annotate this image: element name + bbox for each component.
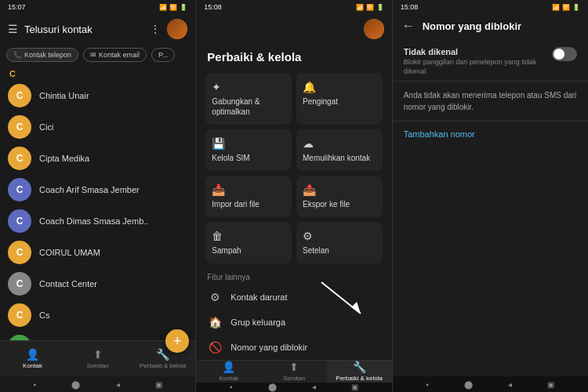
avatar-2[interactable] <box>364 19 384 39</box>
blocked-info-text: Anda tidak akan menerima telepon atau SM… <box>393 81 588 121</box>
more-options-icon[interactable]: ⋮ <box>150 23 161 35</box>
contact-name: Coach Arif Smasa Jember <box>39 185 140 194</box>
emergency-label: Kontak darurat <box>230 292 287 302</box>
email-tab-icon: ✉ <box>90 51 96 59</box>
nav-back-2: ◂ <box>312 383 316 391</box>
toggle-title: Tidak dikenal <box>404 47 544 56</box>
blocked-numbers-item[interactable]: 🚫 Nomor yang diblokir <box>196 335 391 360</box>
avatar[interactable] <box>167 19 187 39</box>
section-label-c: C <box>0 66 195 80</box>
status-icons-3: 📶 🛜 🔋 <box>552 4 580 11</box>
nav-item-contacts[interactable]: 👤 Kontak <box>0 341 65 376</box>
family-icon: 🏠 <box>207 316 223 328</box>
nav-back: ◂ <box>116 380 120 389</box>
signal-icon-2: 📶 <box>356 4 364 11</box>
panel-manage: 15:08 📶 🛜 🔋 Perbaiki & kelola ✦ Gabungka… <box>196 0 392 392</box>
contact-avatar: C <box>8 84 31 107</box>
manage-nav-label-2: Perbaiki & kelola <box>336 375 383 382</box>
contacts-nav-label: Kontak <box>23 362 42 369</box>
phone-tab-label: Kontak telepon <box>24 51 71 59</box>
panel-blocked: 15:08 📶 🛜 🔋 ← Nomor yang diblokir Tidak … <box>393 0 588 392</box>
family-group-item[interactable]: 🏠 Grup keluarga <box>196 310 391 335</box>
list-item[interactable]: C Contact Center <box>0 268 195 299</box>
nav-circle: ⬤ <box>71 380 80 389</box>
contact-name: Cs <box>39 310 49 320</box>
battery-icon-2: 🔋 <box>376 4 384 11</box>
toggle-text-group: Tidak dikenal Blokir panggilan dari pene… <box>404 47 544 76</box>
time-3: 15:08 <box>401 3 419 11</box>
contact-name: Coach Dimas Smasa Jemb.. <box>39 216 148 226</box>
menu-icon[interactable]: ☰ <box>8 23 18 35</box>
import-icon: 📥 <box>212 183 285 196</box>
sys-nav-3: ▪ ⬤ ◂ ▣ <box>393 376 588 392</box>
sys-nav-1: ▪ ⬤ ◂ ▣ <box>0 376 195 392</box>
list-item[interactable]: C Coach Arif Smasa Jember <box>0 174 195 205</box>
nav-square-2: ▪ <box>230 383 233 391</box>
export-card[interactable]: 📤 Ekspor ke file <box>296 176 383 217</box>
sim-icon: 💾 <box>212 137 285 150</box>
blocked-icon: 🚫 <box>207 341 223 354</box>
blocked-header: ← Nomor yang diblokir <box>393 14 588 38</box>
toggle-row: Tidak dikenal Blokir panggilan dari pene… <box>404 47 577 76</box>
contact-avatar: C <box>8 241 31 264</box>
battery-icon-3: 🔋 <box>572 4 580 11</box>
sim-label: Kelola SIM <box>212 153 285 163</box>
contact-avatar: C <box>8 303 31 327</box>
add-number-button[interactable]: Tambahkan nomor <box>393 121 588 147</box>
list-item[interactable]: C Coach Dimas Smasa Jemb.. <box>0 205 195 237</box>
emergency-contacts-item[interactable]: ⚙ Kontak darurat <box>196 285 391 310</box>
manage-sim-card[interactable]: 💾 Kelola SIM <box>205 129 292 171</box>
nav-square: ▪ <box>34 380 37 389</box>
family-label: Grup keluarga <box>230 318 285 327</box>
reminder-card[interactable]: 🔔 Pengingat <box>296 73 383 125</box>
import-card[interactable]: 📥 Impor dari file <box>205 176 292 217</box>
list-item[interactable]: C Cipta Medika <box>0 143 195 174</box>
export-icon: 📤 <box>303 183 376 196</box>
nav-item-contacts-2[interactable]: 👤 Kontak <box>196 361 261 383</box>
contact-avatar: C <box>8 147 31 170</box>
email-tab-label: Kontak email <box>99 51 140 59</box>
nav-item-manage-2[interactable]: 🔧 Perbaiki & kelola <box>327 361 392 383</box>
nav-circle-2: ⬤ <box>268 383 277 391</box>
contact-name: Cici <box>39 122 53 132</box>
reminder-label: Pengingat <box>303 96 376 107</box>
menu-grid: ✦ Gabungkan & optimalkan 🔔 Pengingat 💾 K… <box>196 71 391 265</box>
nav-back-3: ◂ <box>508 380 512 389</box>
trash-card[interactable]: 🗑 Sampah <box>205 222 292 263</box>
nav-item-highlights[interactable]: ⬆ Sorotan <box>65 341 130 376</box>
nav-recent: ▣ <box>155 380 162 389</box>
merge-optimize-card[interactable]: ✦ Gabungkan & optimalkan <box>205 73 292 125</box>
other-features-label: Fitur lainnya <box>196 265 391 285</box>
trash-label: Sampah <box>212 245 285 256</box>
nav-item-highlights-2[interactable]: ⬆ Sorotan <box>261 361 326 383</box>
list-item[interactable]: C COIRUL UMAM <box>0 237 195 268</box>
unknown-toggle[interactable] <box>552 47 577 61</box>
filter-tabs: 📞 Kontak telepon ✉ Kontak email P... <box>0 44 195 66</box>
restore-contacts-card[interactable]: ☁ Memulihkan kontak <box>296 129 383 171</box>
avatar-image <box>167 19 187 39</box>
list-item[interactable]: C Chintia Unair <box>0 80 195 111</box>
blocked-label: Nomor yang diblokir <box>230 343 307 352</box>
restore-icon: ☁ <box>303 137 376 150</box>
sys-nav-2: ▪ ⬤ ◂ ▣ <box>196 383 391 392</box>
wifi-icon-2: 🛜 <box>366 4 374 11</box>
contacts-nav-icon-2: 👤 <box>222 361 235 373</box>
status-icons-2: 📶 🛜 🔋 <box>356 4 384 11</box>
nav-square-3: ▪ <box>426 380 429 389</box>
filter-tab-phone[interactable]: 📞 Kontak telepon <box>6 48 78 62</box>
settings-card[interactable]: ⚙ Setelan <box>296 222 383 263</box>
back-button[interactable]: ← <box>402 19 415 33</box>
status-icons-1: 📶 🛜 🔋 <box>159 4 187 11</box>
nav-recent-3: ▣ <box>547 380 554 389</box>
avatar-image-2 <box>364 19 384 39</box>
list-item[interactable]: C Cs <box>0 299 195 331</box>
contact-list: C C Chintia Unair C Cici C Cipta Medika … <box>0 66 195 340</box>
settings-label: Setelan <box>303 245 376 256</box>
list-item[interactable]: C Cici <box>0 111 195 143</box>
unknown-section: Tidak dikenal Blokir panggilan dari pene… <box>393 38 588 81</box>
filter-tab-email[interactable]: ✉ Kontak email <box>83 48 147 62</box>
contacts-header: ☰ Telusuri kontak ⋮ <box>0 14 195 44</box>
other-tab-label: P... <box>158 51 168 59</box>
bottom-nav-2: 👤 Kontak ⬆ Sorotan 🔧 Perbaiki & kelola <box>196 360 391 383</box>
filter-tab-other[interactable]: P... <box>151 48 175 62</box>
